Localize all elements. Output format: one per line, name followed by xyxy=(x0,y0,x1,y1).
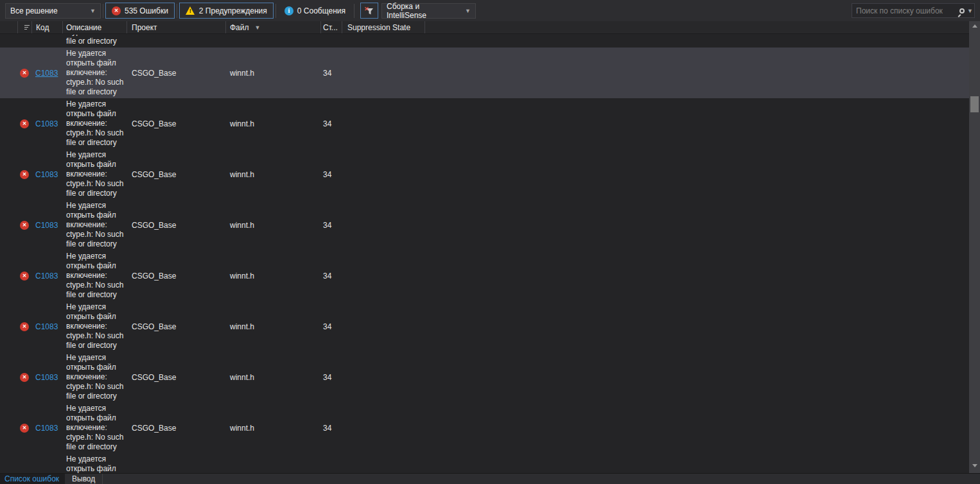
messages-filter-button[interactable]: 0 Сообщения xyxy=(278,3,352,19)
vertical-scrollbar[interactable] xyxy=(969,21,980,473)
error-suppression-state xyxy=(342,149,425,200)
error-icon xyxy=(20,322,29,331)
row-description-cell: Не удается открыть файл включение: ctype… xyxy=(63,402,127,453)
error-line-number: 34 xyxy=(321,402,342,453)
error-code-link[interactable]: C1083 xyxy=(35,69,58,78)
row-code-cell: C1083 xyxy=(32,35,63,48)
row-severity-cell xyxy=(18,48,32,98)
row-description-cell: Не удается открыть файл включение: ctype… xyxy=(63,453,127,473)
error-description: Не удается открыть файл включение: ctype… xyxy=(66,252,127,300)
error-file: winnt.h xyxy=(226,35,321,48)
table-row[interactable]: C1083 Не удается открыть файл включение:… xyxy=(0,149,969,200)
column-header-project[interactable]: Проект xyxy=(127,21,226,33)
table-row[interactable]: C1083 Не удается открыть файл включение:… xyxy=(0,35,969,48)
messages-filter-label: 0 Сообщения xyxy=(297,6,346,15)
table-row[interactable]: C1083 Не удается открыть файл включение:… xyxy=(0,453,969,473)
error-icon xyxy=(20,69,29,78)
row-severity-cell xyxy=(18,402,32,453)
error-line-number: 34 xyxy=(321,98,342,149)
row-code-cell: C1083 xyxy=(32,453,63,473)
row-severity-cell xyxy=(18,301,32,352)
scrollbar-thumb[interactable] xyxy=(970,96,979,112)
error-icon xyxy=(20,424,29,433)
error-file: winnt.h xyxy=(226,48,321,98)
error-project: CSGO_Base xyxy=(127,98,226,149)
row-description-cell: Не удается открыть файл включение: ctype… xyxy=(63,48,127,98)
error-line-number: 34 xyxy=(321,301,342,352)
table-row[interactable]: C1083 Не удается открыть файл включение:… xyxy=(0,200,969,250)
error-file: winnt.h xyxy=(226,98,321,149)
table-row[interactable]: C1083 Не удается открыть файл включение:… xyxy=(0,301,969,352)
error-code-link[interactable]: C1083 xyxy=(35,170,58,179)
tab-error-list[interactable]: Список ошибок xyxy=(0,474,65,484)
row-code-cell: C1083 xyxy=(32,352,63,402)
error-project: CSGO_Base xyxy=(127,200,226,250)
clear-filter-button[interactable]: ✕ xyxy=(360,3,378,19)
row-description-cell: Не удается открыть файл включение: ctype… xyxy=(63,352,127,402)
chevron-down-icon: ▼ xyxy=(465,8,471,14)
error-code-link[interactable]: C1083 xyxy=(35,272,58,281)
error-icon xyxy=(20,221,29,230)
row-margin xyxy=(0,352,18,402)
error-description: Не удается открыть файл включение: ctype… xyxy=(66,49,127,97)
error-description: Не удается открыть файл включение: ctype… xyxy=(66,353,127,401)
scroll-up-arrow-icon[interactable] xyxy=(972,24,977,28)
row-margin xyxy=(0,200,18,250)
table-row[interactable]: C1083 Не удается открыть файл включение:… xyxy=(0,98,969,149)
error-file: winnt.h xyxy=(226,301,321,352)
build-intellisense-dropdown[interactable]: Сборка и IntelliSense ▼ xyxy=(381,3,476,19)
row-severity-cell xyxy=(18,200,32,250)
row-description-cell: Не удается открыть файл включение: ctype… xyxy=(63,200,127,250)
error-project: CSGO_Base xyxy=(127,301,226,352)
column-header-file[interactable]: Файл ▼ xyxy=(226,21,321,33)
row-description-cell: Не удается открыть файл включение: ctype… xyxy=(63,35,127,48)
error-list-search: ▼ xyxy=(852,3,975,18)
row-margin xyxy=(0,402,18,453)
row-code-cell: C1083 xyxy=(32,250,63,301)
warnings-filter-button[interactable]: 2 Предупреждения xyxy=(179,3,274,19)
row-code-cell: C1083 xyxy=(32,48,63,98)
error-project: CSGO_Base xyxy=(127,48,226,98)
search-icon[interactable] xyxy=(959,8,965,13)
column-header-margin xyxy=(0,21,18,33)
tab-output-label: Вывод xyxy=(72,474,95,483)
search-options-caret-icon[interactable]: ▼ xyxy=(967,8,973,14)
scope-dropdown[interactable]: Все решение ▼ xyxy=(5,3,101,19)
row-severity-cell xyxy=(18,453,32,473)
column-header-line-label: Ст... xyxy=(323,23,338,32)
error-code-link[interactable]: C1083 xyxy=(35,322,58,331)
error-project: CSGO_Base xyxy=(127,402,226,453)
table-row[interactable]: C1083 Не удается открыть файл включение:… xyxy=(0,48,969,98)
severity-column-icon xyxy=(24,25,30,30)
error-code-link[interactable]: C1083 xyxy=(35,119,58,128)
row-code-cell: C1083 xyxy=(32,200,63,250)
scroll-down-arrow-icon[interactable] xyxy=(972,464,977,467)
error-icon xyxy=(20,119,29,128)
warning-icon xyxy=(186,6,195,15)
error-line-number: 34 xyxy=(321,200,342,250)
error-code-link[interactable]: C1083 xyxy=(35,221,58,230)
column-header-severity[interactable] xyxy=(18,21,32,33)
column-header-line[interactable]: Ст... xyxy=(321,21,342,33)
row-description-cell: Не удается открыть файл включение: ctype… xyxy=(63,250,127,301)
table-row[interactable]: C1083 Не удается открыть файл включение:… xyxy=(0,402,969,453)
table-row[interactable]: C1083 Не удается открыть файл включение:… xyxy=(0,352,969,402)
tab-output[interactable]: Вывод xyxy=(65,474,103,484)
error-suppression-state xyxy=(342,453,425,473)
table-row[interactable]: C1083 Не удается открыть файл включение:… xyxy=(0,250,969,301)
error-icon xyxy=(112,6,121,15)
error-code-link[interactable]: C1083 xyxy=(35,424,58,433)
errors-filter-button[interactable]: 535 Ошибки xyxy=(105,3,175,19)
error-icon xyxy=(20,170,29,179)
error-list-panel: Все решение ▼ 535 Ошибки 2 Предупреждени… xyxy=(0,0,980,484)
row-margin xyxy=(0,250,18,301)
column-header-code[interactable]: Код xyxy=(32,21,63,33)
error-description: Не удается открыть файл включение: ctype… xyxy=(66,35,127,46)
column-header-description[interactable]: Описание xyxy=(63,21,127,33)
column-header-suppression-state[interactable]: Suppression State xyxy=(342,21,425,33)
error-file: winnt.h xyxy=(226,453,321,473)
error-list-toolbar: Все решение ▼ 535 Ошибки 2 Предупреждени… xyxy=(0,0,980,21)
row-margin xyxy=(0,98,18,149)
error-code-link[interactable]: C1083 xyxy=(35,373,58,382)
search-input[interactable] xyxy=(852,6,959,15)
